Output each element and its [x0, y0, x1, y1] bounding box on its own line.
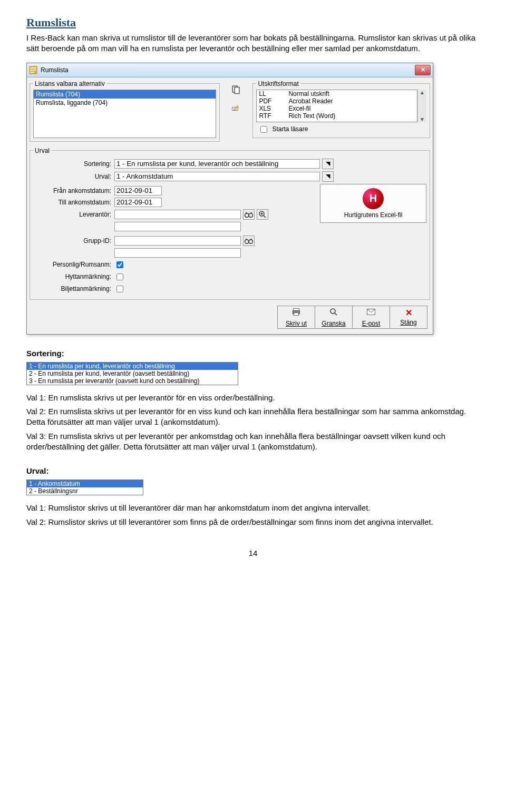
sortering-input[interactable] [114, 159, 320, 169]
preview-label: Granska [322, 320, 345, 327]
personlig-label: Personlig/Rumsanm: [33, 261, 114, 268]
grupp-input[interactable] [114, 236, 241, 246]
titlebar: Rumslista ✕ [27, 63, 433, 77]
print-format-group: Utskriftsformat LL Normal utskrift PDF A… [252, 80, 430, 138]
starta-lasare-label: Starta läsare [272, 125, 308, 133]
close-icon[interactable]: ✕ [415, 65, 431, 75]
copy-icon[interactable] [231, 85, 241, 94]
dropdown-icon[interactable]: ◥ [322, 159, 334, 169]
format-listbox[interactable]: LL Normal utskrift PDF Acrobat Reader XL… [256, 90, 417, 122]
format-desc: Acrobat Reader [286, 97, 417, 105]
svg-point-12 [330, 309, 335, 314]
page-number: 14 [26, 549, 480, 557]
lev-sub-input[interactable] [114, 222, 241, 231]
email-label: E-post [362, 320, 381, 327]
binoculars-icon[interactable] [243, 209, 255, 220]
svg-rect-2 [235, 87, 239, 93]
svg-point-8 [249, 239, 253, 243]
list-item[interactable]: 1 - En rumslista per kund, leverantör oc… [27, 363, 238, 370]
sortering-heading: Sortering: [26, 348, 480, 359]
print-button[interactable]: Skriv ut [277, 306, 315, 329]
fran-label: Från ankomstdatum: [33, 187, 114, 194]
urval1-text: Val 1: Rumslistor skrivs ut till leveran… [26, 503, 480, 513]
binoculars-icon[interactable] [243, 236, 255, 246]
biljett-label: Biljettanmärkning: [33, 285, 114, 292]
svg-point-5 [249, 213, 253, 217]
scrollbar[interactable]: ▲ ▼ [417, 90, 426, 122]
list-item[interactable]: 3 - En rumslista per leverantör (oavsett… [27, 377, 238, 385]
val2-text: Val 2: En rumslista skrivs ut per levera… [26, 406, 480, 428]
page-title: Rumslista [26, 16, 480, 30]
val3-text: Val 3: En rumslista skrivs ut per levera… [26, 431, 480, 453]
till-label: Till ankomstdatum: [33, 199, 114, 206]
sortering-options-list: 1 - En rumslista per kund, leverantör oc… [26, 362, 238, 385]
urval-heading: Urval: [26, 466, 480, 476]
till-input[interactable] [114, 198, 162, 207]
dialog-toolbar: Skriv ut Granska E-post ✕ Stäng [27, 302, 433, 334]
starta-lasare-checkbox[interactable]: Starta läsare [256, 124, 426, 134]
hurtigruten-label: Hurtigrutens Excel-fil [344, 211, 403, 219]
svg-point-4 [245, 213, 249, 217]
list-item[interactable]: LL Normal utskrift [257, 90, 417, 97]
urval-options-list: 1 - Ankomstdatum 2 - Beställningsnr [26, 480, 143, 495]
scroll-down-icon[interactable]: ▼ [418, 116, 426, 122]
urval-input[interactable] [114, 172, 320, 181]
svg-rect-11 [294, 312, 299, 315]
urval-group: Urval Sortering: ◥ Urval: ◥ Från ankomst… [30, 147, 430, 300]
fran-input[interactable] [114, 186, 162, 195]
hurtigruten-logo-icon: H [363, 188, 384, 209]
grupp-sub-input[interactable] [114, 248, 241, 258]
grupp-label: Grupp-ID: [33, 237, 114, 244]
email-button[interactable]: E-post [352, 306, 390, 329]
sortering-label: Sortering: [33, 160, 114, 168]
rumslista-dialog: Rumslista ✕ Listans valbara alternativ R… [26, 63, 433, 335]
mail-icon [366, 307, 376, 319]
urval-label: Urval: [33, 173, 114, 180]
listans-legend: Listans valbara alternativ [33, 80, 106, 87]
list-item[interactable]: 1 - Ankomstdatum [27, 480, 143, 487]
format-code: LL [257, 90, 286, 97]
list-item[interactable]: Rumslista, liggande (704) [34, 99, 216, 107]
val1-text: Val 1: En rumslista skrivs ut per levera… [26, 393, 480, 403]
list-item[interactable]: 2 - Beställningsnr [27, 487, 143, 495]
format-code: RTF [257, 112, 286, 120]
svg-rect-9 [294, 308, 299, 311]
close-icon: ✕ [405, 308, 412, 318]
urval2-text: Val 2: Rumslistor skrivs ut till leveran… [26, 517, 480, 527]
middle-tools [222, 77, 250, 111]
list-item[interactable]: RTF Rich Text (Word) [257, 112, 417, 120]
list-item[interactable]: 2 - En rumslista per kund, leverantör (o… [27, 370, 238, 377]
personlig-checkbox[interactable] [116, 261, 123, 268]
preview-button[interactable]: Granska [315, 306, 353, 329]
hytt-checkbox[interactable] [116, 273, 123, 280]
lev-label: Leverantör: [33, 211, 114, 218]
print-label: Skriv ut [286, 320, 307, 327]
scroll-up-icon[interactable]: ▲ [418, 90, 426, 95]
dialog-title: Rumslista [41, 66, 415, 74]
printer-icon [291, 307, 301, 319]
format-code: XLS [257, 105, 286, 112]
close-button[interactable]: ✕ Stäng [390, 306, 427, 329]
format-desc: Excel-fil [286, 105, 417, 112]
alternatives-listbox[interactable]: Rumslista (704) Rumslista, liggande (704… [33, 90, 216, 138]
format-desc: Rich Text (Word) [286, 112, 417, 120]
list-item[interactable]: Rumslista (704) [34, 90, 216, 99]
lev-input[interactable] [114, 210, 241, 219]
intro-paragraph: I Res-Back kan man skriva ut rumslistor … [26, 33, 480, 54]
list-item[interactable]: XLS Excel-fil [257, 105, 417, 112]
close-label: Stäng [400, 319, 416, 326]
hurtigruten-excel-button[interactable]: H Hurtigrutens Excel-fil [320, 184, 426, 223]
magnifier-icon [329, 307, 338, 319]
format-desc: Normal utskrift [286, 90, 417, 97]
hytt-label: Hyttanmärkning: [33, 273, 114, 280]
dropdown-icon[interactable]: ◥ [322, 171, 334, 182]
magnifier-plus-icon[interactable] [257, 209, 268, 220]
edit-icon[interactable] [231, 102, 241, 111]
checkbox-input[interactable] [260, 126, 267, 133]
list-item[interactable]: PDF Acrobat Reader [257, 97, 417, 105]
list-alternatives-group: Listans valbara alternativ Rumslista (70… [30, 80, 220, 142]
utskrift-legend: Utskriftsformat [256, 80, 300, 87]
format-code: PDF [257, 97, 286, 105]
app-icon [29, 66, 37, 74]
biljett-checkbox[interactable] [116, 286, 123, 292]
